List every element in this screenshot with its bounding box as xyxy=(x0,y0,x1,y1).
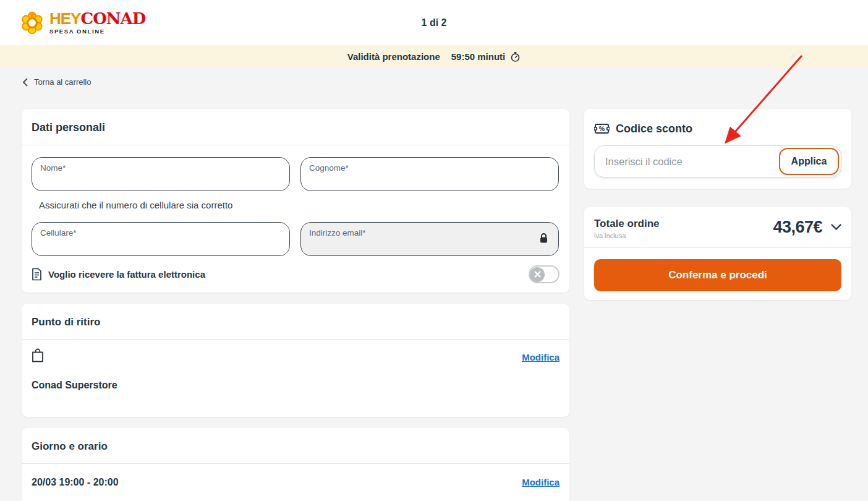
order-total-row: Totale ordine iva inclusa 43,67€ xyxy=(584,207,851,248)
invoice-toggle[interactable] xyxy=(529,265,560,283)
cellulare-input[interactable]: Cellulare* xyxy=(32,222,290,256)
pickup-modify-link[interactable]: Modifica xyxy=(522,352,560,362)
right-column: % Codice sconto Applica Totale ordine iv… xyxy=(584,109,851,300)
discount-title-row: % Codice sconto xyxy=(594,121,841,136)
toggle-knob-x-icon xyxy=(530,267,545,282)
pickup-body: Modifica Conad Superstore xyxy=(22,340,569,417)
invoice-row: Voglio ricevere la fattura elettronica xyxy=(32,265,560,283)
total-expand-toggle[interactable] xyxy=(831,224,841,231)
invoice-label: Voglio ricevere la fattura elettronica xyxy=(48,269,205,280)
chevron-down-icon xyxy=(831,224,841,231)
schedule-slot: 20/03 19:00 - 20:00 xyxy=(32,477,119,488)
personal-data-title: Dati personali xyxy=(32,121,560,134)
order-total-amount: 43,67€ xyxy=(773,218,822,237)
shopping-bag-icon xyxy=(32,348,44,362)
pickup-card: Punto di ritiro Modifica Conad Superstor… xyxy=(22,304,569,417)
nome-label: Nome* xyxy=(40,163,66,173)
coupon-ticket-icon: % xyxy=(594,121,610,136)
confirm-proceed-button[interactable]: Conferma e procedi xyxy=(594,259,841,291)
cognome-label: Cognome* xyxy=(309,163,349,173)
apply-discount-button[interactable]: Applica xyxy=(779,148,839,175)
logo-subtitle: SPESA ONLINE xyxy=(49,28,145,35)
back-to-cart-link[interactable]: Torna al carrello xyxy=(22,77,91,87)
schedule-title: Giorno e orario xyxy=(32,440,560,453)
validity-timer: 59:50 minuti xyxy=(451,51,506,62)
step-indicator: 1 di 2 xyxy=(0,17,868,28)
discount-code-card: % Codice sconto Applica xyxy=(584,109,851,189)
invoice-document-icon xyxy=(32,268,42,281)
personal-data-card: Dati personali Nome* Cognome* Assicurati… xyxy=(22,109,569,293)
cellulare-label: Cellulare* xyxy=(40,228,77,238)
nome-input[interactable]: Nome* xyxy=(32,157,290,191)
svg-text:%: % xyxy=(599,125,605,132)
schedule-body: 20/03 19:00 - 20:00 Modifica xyxy=(22,464,569,501)
lock-icon xyxy=(539,233,548,246)
schedule-modify-link[interactable]: Modifica xyxy=(522,477,560,487)
chevron-left-icon xyxy=(22,78,28,87)
cognome-input[interactable]: Cognome* xyxy=(300,157,559,191)
discount-title: Codice sconto xyxy=(616,122,692,135)
stopwatch-icon xyxy=(510,51,521,62)
validity-label: Validità prenotazione xyxy=(347,51,440,62)
vat-note: iva inclusa xyxy=(594,232,659,239)
back-link-label: Torna al carrello xyxy=(34,77,91,87)
pickup-header: Punto di ritiro xyxy=(22,304,569,340)
order-total-card: Totale ordine iva inclusa 43,67€ Conferm… xyxy=(584,207,851,300)
left-column: Dati personali Nome* Cognome* Assicurati… xyxy=(22,109,569,501)
phone-note: Assicurati che il numero di cellulare si… xyxy=(39,200,560,210)
order-total-footer: Conferma e procedi xyxy=(584,248,851,300)
pickup-title: Punto di ritiro xyxy=(32,316,560,328)
schedule-header: Giorno e orario xyxy=(22,428,569,464)
personal-data-header: Dati personali xyxy=(22,109,569,145)
top-header: HEYCONAD SPESA ONLINE 1 di 2 xyxy=(0,0,868,45)
discount-input-wrap: Applica xyxy=(594,145,841,178)
personal-data-body: Nome* Cognome* Assicurati che il numero … xyxy=(22,145,569,293)
checkout-main: Dati personali Nome* Cognome* Assicurati… xyxy=(22,109,851,501)
email-label: Indirizzo email* xyxy=(309,228,366,238)
email-input: Indirizzo email* xyxy=(300,222,559,256)
schedule-card: Giorno e orario 20/03 19:00 - 20:00 Modi… xyxy=(22,428,569,501)
booking-validity-banner: Validità prenotazione 59:50 minuti xyxy=(0,45,868,68)
order-total-title: Totale ordine xyxy=(594,218,659,230)
pickup-store-name: Conad Superstore xyxy=(32,380,560,391)
order-total-labels: Totale ordine iva inclusa xyxy=(594,218,659,239)
